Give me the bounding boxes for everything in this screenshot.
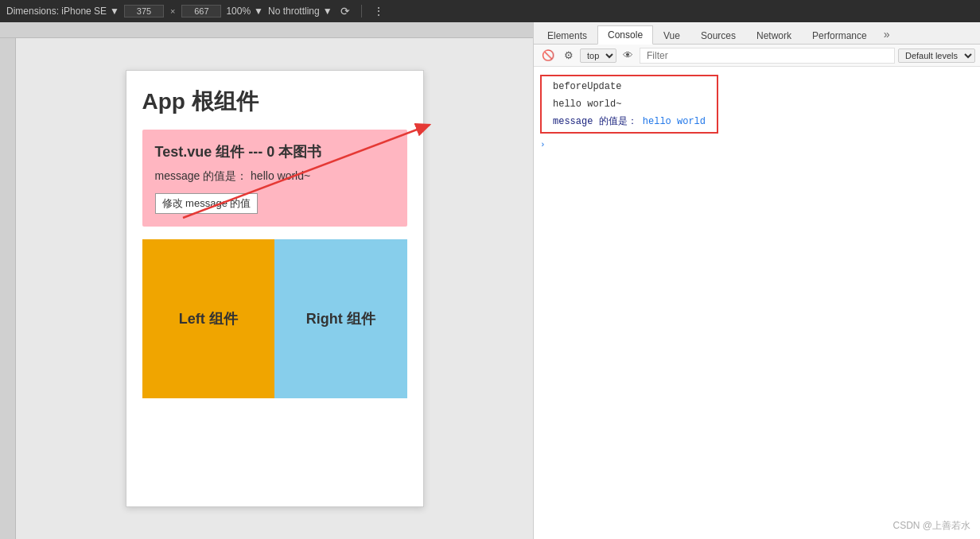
tab-vue[interactable]: Vue [653, 26, 690, 45]
tab-network[interactable]: Network [746, 26, 802, 45]
left-component: Left 组件 [142, 239, 275, 398]
more-options-icon[interactable]: ⋮ [370, 3, 387, 19]
preview-content: App 根组件 Test.vue 组件 --- 0 本图书 message 的值… [16, 38, 533, 539]
dimension-separator: × [170, 6, 175, 16]
toolbar-divider [361, 5, 362, 17]
top-toolbar: Dimensions: iPhone SE ▼ × 100% ▼ No thro… [0, 0, 980, 22]
test-component-message: message 的值是： hello world~ [155, 169, 395, 184]
dimensions-text: Dimensions: iPhone SE [6, 6, 107, 17]
console-context-select[interactable]: top [580, 48, 616, 63]
throttling-dropdown-icon: ▼ [323, 6, 332, 17]
clear-console-button[interactable]: 🚫 [539, 48, 558, 63]
devtools-tabs: Elements Console Vue Sources Network Per… [534, 22, 980, 45]
throttling-select[interactable]: No throttling ▼ [268, 6, 332, 17]
zoom-select[interactable]: 100% ▼ [226, 6, 263, 17]
tab-console[interactable]: Console [597, 25, 653, 45]
console-line-before-update: beforeUpdate [546, 78, 712, 95]
console-line-message-value: message 的值是： hello world [546, 113, 712, 130]
modify-message-button[interactable]: 修改 message 的值 [155, 193, 259, 214]
console-line-hello-world: hello world~ [546, 95, 712, 113]
preview-content-wrapper: App 根组件 Test.vue 组件 --- 0 本图书 message 的值… [0, 38, 533, 539]
width-input[interactable] [124, 5, 164, 17]
rotate-icon[interactable]: ⟳ [337, 3, 353, 19]
console-highlighted-section: beforeUpdate hello world~ message 的值是： h… [540, 75, 718, 134]
test-component-title: Test.vue 组件 --- 0 本图书 [155, 142, 395, 161]
phone-frame: App 根组件 Test.vue 组件 --- 0 本图书 message 的值… [126, 70, 424, 507]
main-area: App 根组件 Test.vue 组件 --- 0 本图书 message 的值… [0, 22, 980, 539]
test-component: Test.vue 组件 --- 0 本图书 message 的值是： hello… [142, 130, 407, 227]
console-levels-select[interactable]: Default levels [898, 48, 975, 63]
tab-sources[interactable]: Sources [690, 26, 746, 45]
tab-elements[interactable]: Elements [537, 26, 597, 45]
tab-more[interactable]: » [877, 25, 896, 44]
right-component: Right 组件 [274, 239, 407, 398]
lr-container: Left 组件 Right 组件 [142, 239, 407, 398]
csdn-watermark: CSDN @上善若水 [892, 519, 970, 533]
console-output: beforeUpdate hello world~ message 的值是： h… [534, 67, 980, 539]
dimensions-dropdown-icon[interactable]: ▼ [110, 6, 119, 17]
dimensions-label: Dimensions: iPhone SE ▼ [6, 6, 119, 17]
console-toolbar: 🚫 ⚙ top 👁 Default levels [534, 45, 980, 67]
preview-pane: App 根组件 Test.vue 组件 --- 0 本图书 message 的值… [0, 22, 533, 539]
app-root-title: App 根组件 [142, 87, 407, 117]
height-input[interactable] [181, 5, 221, 17]
ruler-left [0, 38, 16, 539]
console-filter-input[interactable] [640, 48, 895, 64]
tab-performance[interactable]: Performance [802, 26, 877, 45]
ruler-top [0, 22, 533, 38]
zoom-dropdown-icon: ▼ [254, 6, 263, 17]
console-settings-icon[interactable]: ⚙ [561, 48, 577, 63]
eye-icon[interactable]: 👁 [620, 48, 636, 63]
devtools-pane: Elements Console Vue Sources Network Per… [533, 22, 980, 539]
console-chevron: › [534, 138, 980, 151]
